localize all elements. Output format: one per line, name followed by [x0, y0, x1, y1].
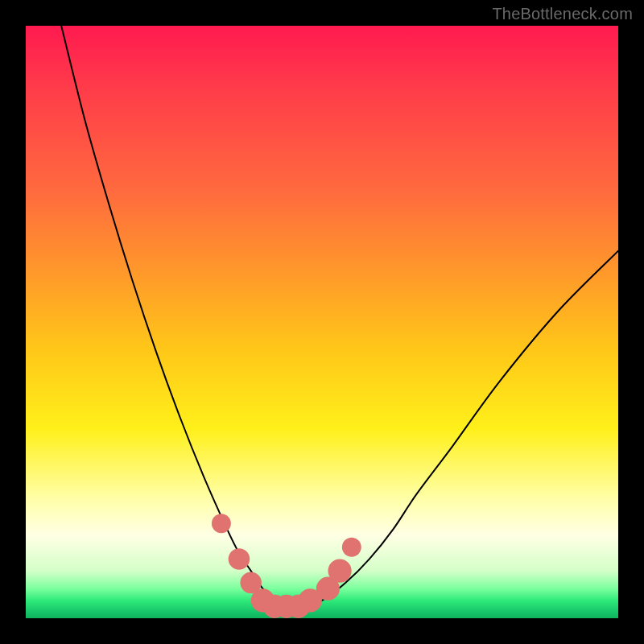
- curve-marker: [229, 548, 250, 570]
- curve-marker: [328, 559, 351, 583]
- curve-marker: [342, 538, 361, 557]
- watermark-text: TheBottleneck.com: [492, 5, 633, 23]
- plot-area: [26, 26, 618, 618]
- curve-marker: [212, 514, 231, 533]
- bottleneck-curve: [61, 26, 618, 607]
- chart-frame: TheBottleneck.com: [0, 0, 644, 644]
- marker-group: [212, 514, 361, 618]
- chart-svg: [26, 26, 618, 618]
